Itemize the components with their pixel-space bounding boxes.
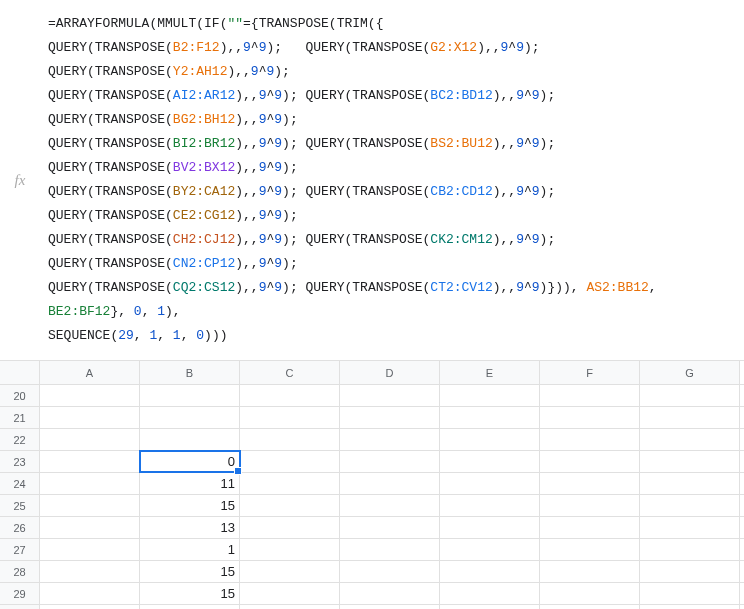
cell[interactable]	[340, 539, 440, 560]
column-headers: A B C D E F G	[0, 361, 744, 385]
cell[interactable]	[640, 583, 740, 604]
cell[interactable]	[540, 561, 640, 582]
cell[interactable]	[240, 495, 340, 516]
cell[interactable]	[440, 539, 540, 560]
cell[interactable]	[640, 385, 740, 406]
cell[interactable]	[440, 517, 540, 538]
cell[interactable]	[240, 583, 340, 604]
row-header[interactable]: 27	[0, 539, 40, 560]
cell[interactable]: 11	[140, 473, 240, 494]
cell[interactable]	[240, 407, 340, 428]
cell[interactable]	[340, 429, 440, 450]
row-header[interactable]: 26	[0, 517, 40, 538]
cell[interactable]	[240, 451, 340, 472]
cell[interactable]	[540, 473, 640, 494]
cell[interactable]	[40, 605, 140, 609]
row-header[interactable]: 21	[0, 407, 40, 428]
cell[interactable]	[40, 451, 140, 472]
cell[interactable]: 15	[140, 561, 240, 582]
row-header[interactable]: 29	[0, 583, 40, 604]
cell[interactable]	[340, 407, 440, 428]
cell[interactable]	[40, 561, 140, 582]
col-header-e[interactable]: E	[440, 361, 540, 384]
cell[interactable]	[540, 605, 640, 609]
cell[interactable]	[540, 495, 640, 516]
cell[interactable]	[640, 605, 740, 609]
row-header[interactable]: 22	[0, 429, 40, 450]
cell[interactable]	[40, 495, 140, 516]
cell[interactable]	[340, 561, 440, 582]
cell[interactable]	[40, 517, 140, 538]
cell[interactable]	[40, 407, 140, 428]
cell[interactable]	[340, 517, 440, 538]
cell[interactable]	[140, 429, 240, 450]
cell[interactable]	[440, 429, 540, 450]
cell[interactable]	[440, 583, 540, 604]
cell[interactable]	[640, 429, 740, 450]
cell[interactable]	[440, 561, 540, 582]
row-header[interactable]: 20	[0, 385, 40, 406]
cell[interactable]	[140, 407, 240, 428]
cell[interactable]	[240, 605, 340, 609]
cell[interactable]	[640, 517, 740, 538]
cell[interactable]	[240, 517, 340, 538]
row-header[interactable]: 24	[0, 473, 40, 494]
cell[interactable]	[540, 451, 640, 472]
cell[interactable]	[640, 561, 740, 582]
cell[interactable]: 0	[140, 451, 240, 472]
col-header-d[interactable]: D	[340, 361, 440, 384]
cell[interactable]	[540, 517, 640, 538]
cell[interactable]	[40, 539, 140, 560]
cell[interactable]	[640, 539, 740, 560]
row-header[interactable]: 28	[0, 561, 40, 582]
table-row: 20	[0, 385, 744, 407]
cell[interactable]	[40, 583, 140, 604]
corner-cell[interactable]	[0, 361, 40, 384]
cell[interactable]	[40, 473, 140, 494]
cell[interactable]	[440, 407, 540, 428]
cell[interactable]	[240, 429, 340, 450]
cell[interactable]	[340, 495, 440, 516]
row-header[interactable]: 25	[0, 495, 40, 516]
cell[interactable]	[540, 583, 640, 604]
cell[interactable]	[440, 385, 540, 406]
cell[interactable]	[140, 385, 240, 406]
cell[interactable]	[440, 605, 540, 609]
cell[interactable]	[440, 473, 540, 494]
cell[interactable]	[40, 385, 140, 406]
cell[interactable]	[240, 561, 340, 582]
formula-input[interactable]: =ARRAYFORMULA(MMULT(IF(""={TRANSPOSE(TRI…	[40, 8, 744, 352]
cell[interactable]	[640, 407, 740, 428]
cell[interactable]: 15	[140, 583, 240, 604]
col-header-c[interactable]: C	[240, 361, 340, 384]
cell[interactable]	[240, 473, 340, 494]
cell[interactable]	[40, 429, 140, 450]
cell[interactable]	[540, 385, 640, 406]
table-row: 2515	[0, 495, 744, 517]
cell[interactable]	[340, 605, 440, 609]
cell[interactable]: 15	[140, 605, 240, 609]
cell[interactable]	[340, 473, 440, 494]
cell[interactable]	[640, 495, 740, 516]
cell[interactable]	[440, 495, 540, 516]
cell[interactable]	[640, 473, 740, 494]
cell[interactable]	[640, 451, 740, 472]
cell[interactable]	[340, 583, 440, 604]
col-header-a[interactable]: A	[40, 361, 140, 384]
col-header-b[interactable]: B	[140, 361, 240, 384]
cell[interactable]: 13	[140, 517, 240, 538]
cell[interactable]	[240, 385, 340, 406]
row-header[interactable]: 23	[0, 451, 40, 472]
cell[interactable]	[240, 539, 340, 560]
cell[interactable]	[540, 539, 640, 560]
col-header-f[interactable]: F	[540, 361, 640, 384]
cell[interactable]	[440, 451, 540, 472]
cell[interactable]: 1	[140, 539, 240, 560]
cell[interactable]: 15	[140, 495, 240, 516]
cell[interactable]	[340, 451, 440, 472]
cell[interactable]	[540, 407, 640, 428]
row-header[interactable]: 30	[0, 605, 40, 609]
col-header-g[interactable]: G	[640, 361, 740, 384]
cell[interactable]	[540, 429, 640, 450]
cell[interactable]	[340, 385, 440, 406]
